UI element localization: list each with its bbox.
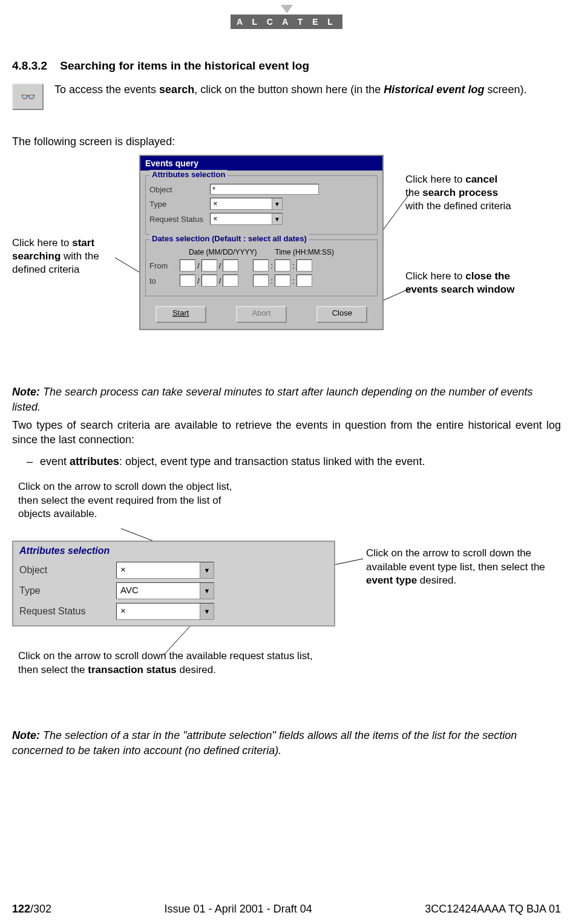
page-footer: 122/302 Issue 01 - April 2001 - Draft 04… bbox=[12, 903, 561, 916]
search-toolbar-button[interactable]: 👓 bbox=[12, 83, 44, 110]
callout-start: Click here to start searching with the d… bbox=[12, 236, 127, 276]
object-input[interactable] bbox=[210, 184, 319, 195]
page-number-total: /302 bbox=[30, 903, 51, 915]
type-dropdown-2[interactable]: AVC ▼ bbox=[116, 582, 214, 599]
binoculars-icon: 👓 bbox=[21, 89, 36, 104]
type-label: Type bbox=[149, 200, 210, 209]
note-1: Note: The search process can take severa… bbox=[12, 385, 561, 414]
time-header: Time (HH:MM:SS) bbox=[275, 248, 335, 256]
request-status-dropdown-2[interactable]: × ▼ bbox=[116, 603, 214, 620]
to-label: to bbox=[149, 276, 180, 285]
window-title-bar: Events query bbox=[140, 156, 382, 171]
following-text: The following screen is displayed: bbox=[12, 134, 561, 149]
figure-2: Click on the arrow to scroll down the ob… bbox=[12, 480, 561, 704]
attributes-group: Attributes selection Object Type × ▼ Req… bbox=[145, 175, 378, 235]
callout-status: Click on the arrow to scroll down the av… bbox=[18, 649, 321, 676]
note-2: Note: The selection of a star in the "at… bbox=[12, 728, 561, 758]
from-date-inputs[interactable]: // :: bbox=[180, 259, 312, 272]
date-header: Date (MM/DD/YYYY) bbox=[189, 248, 257, 256]
chevron-down-icon: ▼ bbox=[200, 604, 214, 619]
request-status-label-2: Request Status bbox=[19, 606, 116, 617]
object-label-2: Object bbox=[19, 565, 116, 576]
callout-close: Click here to close the events search wi… bbox=[405, 270, 545, 296]
section-heading: 4.8.3.2 Searching for items in the histo… bbox=[12, 59, 561, 73]
chevron-down-icon: ▼ bbox=[272, 213, 282, 224]
brand-logo: A L C A T E L bbox=[231, 15, 342, 29]
object-dropdown[interactable]: × ▼ bbox=[116, 562, 214, 579]
callout-cancel: Click here to cancel the search process … bbox=[405, 173, 557, 213]
footer-center: Issue 01 - April 2001 - Draft 04 bbox=[165, 903, 312, 916]
figure-1: Click here to start searching with the d… bbox=[12, 155, 561, 360]
brand-text: A L C A T E L bbox=[237, 17, 336, 27]
triangle-icon bbox=[281, 5, 293, 13]
bullet-attributes: – event attributes: object, event type a… bbox=[27, 455, 561, 468]
request-status-label: Request Status bbox=[149, 215, 210, 224]
request-status-dropdown[interactable]: × ▼ bbox=[210, 213, 283, 225]
events-query-window: Events query Attributes selection Object… bbox=[139, 155, 384, 330]
brand-header: A L C A T E L bbox=[12, 0, 561, 29]
chevron-down-icon: ▼ bbox=[200, 562, 214, 578]
page-number-current: 122 bbox=[12, 903, 30, 915]
abort-button[interactable]: Abort bbox=[236, 306, 287, 323]
dates-group-title: Dates selection (Default : select all da… bbox=[149, 234, 309, 243]
from-label: From bbox=[149, 261, 180, 270]
type-dropdown[interactable]: × ▼ bbox=[210, 198, 283, 210]
intro-paragraph: To access the events search, click on th… bbox=[54, 82, 526, 97]
object-label: Object bbox=[149, 185, 210, 194]
footer-right: 3CC12424AAAA TQ BJA 01 bbox=[425, 903, 561, 916]
callout-object: Click on the arrow to scroll down the ob… bbox=[18, 480, 248, 520]
chevron-down-icon: ▼ bbox=[200, 583, 214, 599]
type-label-2: Type bbox=[19, 585, 116, 596]
attributes-panel-title: Attributes selection bbox=[13, 543, 334, 560]
to-date-inputs[interactable]: // :: bbox=[180, 275, 312, 287]
attributes-selection-panel: Attributes selection Object × ▼ Type AVC… bbox=[12, 541, 335, 626]
callout-type: Click on the arrow to scroll down the av… bbox=[366, 547, 560, 587]
chevron-down-icon: ▼ bbox=[272, 198, 282, 209]
attributes-group-title: Attributes selection bbox=[149, 170, 228, 179]
section-title-text: Searching for items in the historical ev… bbox=[60, 59, 309, 72]
section-number: 4.8.3.2 bbox=[12, 59, 47, 72]
close-button[interactable]: Close bbox=[316, 306, 367, 323]
paragraph-2: Two types of search criteria are availab… bbox=[12, 418, 561, 447]
start-button[interactable]: Start bbox=[156, 306, 206, 323]
dates-group: Dates selection (Default : select all da… bbox=[145, 239, 378, 296]
